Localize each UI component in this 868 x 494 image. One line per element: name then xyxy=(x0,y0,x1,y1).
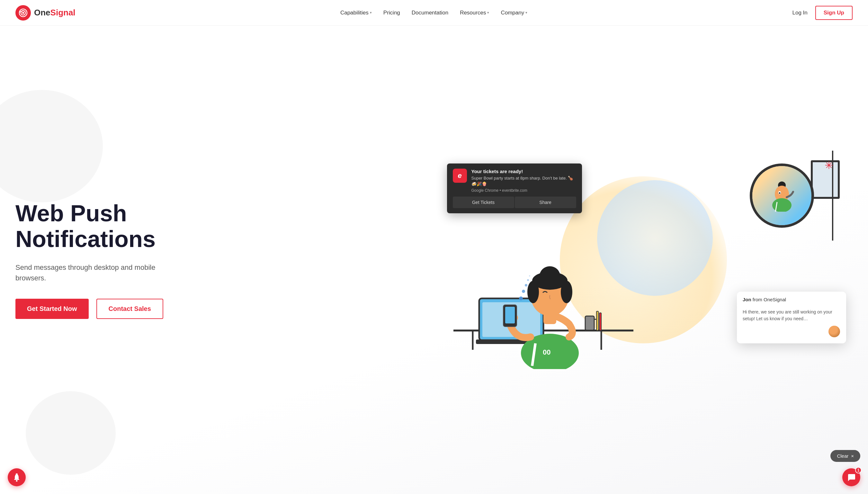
chat-bubble-icon xyxy=(847,473,855,481)
push-body: Super Bowl party starts at 8pm sharp. Do… xyxy=(472,175,576,187)
logo-signal: Signal xyxy=(51,8,75,17)
bg-blob-1 xyxy=(0,90,103,202)
logo[interactable]: OneSignal xyxy=(15,5,75,21)
svg-rect-18 xyxy=(599,313,601,330)
close-icon: × xyxy=(851,453,854,459)
hero-illustration: e Your tickets are ready! Super Bowl par… xyxy=(434,151,853,369)
svg-rect-15 xyxy=(585,316,594,330)
svg-point-29 xyxy=(532,272,568,290)
caret-icon: ▾ xyxy=(487,11,489,15)
logo-svg xyxy=(19,8,27,17)
mirror-reflection xyxy=(752,166,811,225)
bg-blob-2 xyxy=(26,391,116,475)
svg-point-32 xyxy=(525,284,528,286)
sparkle-decoration: ✳ xyxy=(825,160,833,171)
illustration-person: 00 xyxy=(454,202,633,369)
nav-capabilities[interactable]: Capabilities ▾ xyxy=(340,10,372,16)
caret-icon: ▾ xyxy=(525,11,528,15)
nav-actions: Log In Sign Up xyxy=(793,6,853,20)
chat-avatar-image xyxy=(829,326,840,337)
svg-rect-36 xyxy=(16,473,18,474)
hero-section: Web Push Notifications Send messages thr… xyxy=(0,26,868,494)
signup-button[interactable]: Sign Up xyxy=(815,6,853,20)
nav-links: Capabilities ▾ Pricing Documentation Res… xyxy=(340,10,528,16)
chat-open-button[interactable]: 1 xyxy=(842,468,860,486)
hero-content: Web Push Notifications Send messages thr… xyxy=(15,201,434,319)
push-actions: Get Tickets Share xyxy=(453,196,576,208)
push-app-icon: e xyxy=(453,169,467,183)
chat-avatar xyxy=(828,325,841,338)
chat-widget: Jon from OneSignal Hi there, we see you … xyxy=(737,292,846,343)
nav-resources[interactable]: Resources ▾ xyxy=(460,10,489,16)
bell-widget[interactable] xyxy=(8,468,26,486)
push-notification-card: e Your tickets are ready! Super Bowl par… xyxy=(447,164,582,213)
svg-rect-23 xyxy=(505,307,515,323)
nav-documentation[interactable]: Documentation xyxy=(412,10,448,16)
svg-point-35 xyxy=(16,480,18,482)
svg-point-30 xyxy=(519,297,523,300)
push-title: Your tickets are ready! xyxy=(472,169,576,174)
reflection-face-svg xyxy=(766,179,798,212)
chat-widget-header: Jon from OneSignal xyxy=(737,292,846,309)
push-action-share[interactable]: Share xyxy=(515,196,576,208)
nav-pricing[interactable]: Pricing xyxy=(383,10,400,16)
svg-text:00: 00 xyxy=(543,348,551,356)
mirror-circle xyxy=(750,164,814,228)
push-content: Your tickets are ready! Super Bowl party… xyxy=(472,169,576,193)
svg-point-6 xyxy=(779,192,781,194)
push-header: e Your tickets are ready! Super Bowl par… xyxy=(453,169,576,193)
contact-sales-button[interactable]: Contact Sales xyxy=(96,299,163,319)
logo-icon xyxy=(15,5,31,21)
svg-point-31 xyxy=(522,290,525,293)
login-button[interactable]: Log In xyxy=(793,10,808,16)
push-action-get-tickets[interactable]: Get Tickets xyxy=(453,196,514,208)
clear-button[interactable]: Clear × xyxy=(830,450,860,462)
logo-text: OneSignal xyxy=(34,8,75,18)
svg-point-33 xyxy=(527,279,529,281)
svg-point-34 xyxy=(529,275,530,277)
chat-badge: 1 xyxy=(855,467,862,473)
chat-sender: Jon from OneSignal xyxy=(743,297,841,302)
svg-rect-17 xyxy=(596,311,598,330)
hero-buttons: Get Started Now Contact Sales xyxy=(15,299,434,319)
hero-subtitle: Send messages through desktop and mobile… xyxy=(15,262,170,283)
bell-icon xyxy=(12,473,21,482)
caret-icon: ▾ xyxy=(370,11,372,15)
person-svg: 00 xyxy=(454,202,633,369)
nav-company[interactable]: Company ▾ xyxy=(501,10,528,16)
chat-message: Hi there, we see you are still working o… xyxy=(737,309,846,327)
logo-one: One xyxy=(34,8,51,17)
svg-point-2 xyxy=(22,12,24,14)
hero-title: Web Push Notifications xyxy=(15,201,434,251)
get-started-button[interactable]: Get Started Now xyxy=(15,299,89,319)
svg-point-7 xyxy=(772,198,792,212)
push-source: Google Chrome • eventbrite.com xyxy=(472,188,576,193)
navbar: OneSignal Capabilities ▾ Pricing Documen… xyxy=(0,0,868,26)
